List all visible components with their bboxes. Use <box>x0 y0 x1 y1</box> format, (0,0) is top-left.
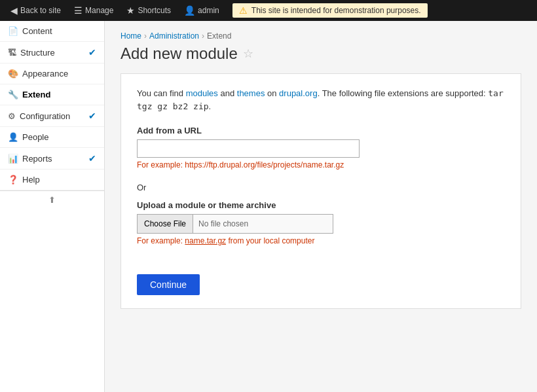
warning-icon: ⚠ <box>239 5 248 16</box>
sidebar-toggle-button[interactable]: ⬆ <box>0 190 104 209</box>
sidebar-item-configuration[interactable]: ⚙ Configuration ✔ <box>0 105 104 127</box>
breadcrumb-sep-2: › <box>202 31 204 41</box>
sidebar-item-help[interactable]: ❓ Help <box>0 169 104 190</box>
url-example: For example: https://ftp.drupal.org/file… <box>137 160 505 169</box>
breadcrumb-current: Extend <box>207 31 231 41</box>
sidebar-item-reports[interactable]: 📊 Reports ✔ <box>0 148 104 169</box>
bookmark-star-icon[interactable]: ☆ <box>243 46 253 61</box>
breadcrumb-home[interactable]: Home <box>120 31 141 41</box>
upload-example: For example: name.tar.gz from your local… <box>137 236 505 245</box>
or-divider: Or <box>137 183 505 192</box>
people-icon: 👤 <box>8 132 18 142</box>
appearance-icon: 🎨 <box>8 69 18 79</box>
layout: 📄 Content 🏗 Structure ✔ 🎨 Appearance 🔧 E… <box>0 21 537 392</box>
shortcuts-button[interactable]: ★ Shortcuts <box>121 3 176 18</box>
page-title: Add new module ☆ <box>120 45 521 63</box>
file-name-display: No file chosen <box>193 217 253 231</box>
sidebar-item-content[interactable]: 📄 Content <box>0 21 104 42</box>
continue-button[interactable]: Continue <box>137 274 200 295</box>
manage-button[interactable]: ☰ Manage <box>69 3 119 18</box>
modules-link[interactable]: modules <box>186 88 218 98</box>
demo-notice: ⚠ This site is intended for demonstratio… <box>232 3 428 18</box>
toggle-icon: ⬆ <box>48 195 56 205</box>
structure-check-icon: ✔ <box>88 47 96 58</box>
url-input[interactable] <box>137 139 360 158</box>
sidebar: 📄 Content 🏗 Structure ✔ 🎨 Appearance 🔧 E… <box>0 21 105 392</box>
reports-check-icon: ✔ <box>88 153 96 164</box>
breadcrumb-sep-1: › <box>144 31 147 41</box>
url-label: Add from a URL <box>137 126 505 135</box>
star-menu-icon: ★ <box>126 5 135 16</box>
sidebar-item-extend[interactable]: 🔧 Extend <box>0 84 104 105</box>
extend-icon: 🔧 <box>8 90 18 99</box>
reports-icon: 📊 <box>8 154 18 164</box>
breadcrumb: Home › Administration › Extend <box>120 31 521 41</box>
drupal-link[interactable]: drupal.org <box>279 88 318 98</box>
admin-user-button[interactable]: 👤 admin <box>179 3 225 18</box>
info-text: You can find modules and themes on drupa… <box>137 87 505 113</box>
upload-section: Upload a module or theme archive Choose … <box>137 200 505 245</box>
content-icon: 📄 <box>8 26 18 36</box>
themes-link[interactable]: themes <box>237 88 265 98</box>
sidebar-item-people[interactable]: 👤 People <box>0 127 104 148</box>
back-icon: ◀ <box>10 5 18 16</box>
breadcrumb-administration[interactable]: Administration <box>149 31 199 41</box>
choose-file-button[interactable]: Choose File <box>138 215 193 233</box>
upload-label: Upload a module or theme archive <box>137 200 505 210</box>
sidebar-item-appearance[interactable]: 🎨 Appearance <box>0 63 104 84</box>
file-upload: Choose File No file chosen <box>137 214 333 234</box>
url-section: Add from a URL For example: https://ftp.… <box>137 126 505 169</box>
main-content: Home › Administration › Extend Add new m… <box>105 21 537 392</box>
configuration-icon: ⚙ <box>8 111 16 121</box>
help-icon: ❓ <box>8 175 18 185</box>
structure-icon: 🏗 <box>8 48 16 58</box>
back-to-site-button[interactable]: ◀ Back to site <box>5 3 66 18</box>
admin-bar: ◀ Back to site ☰ Manage ★ Shortcuts 👤 ad… <box>0 0 537 21</box>
sidebar-item-structure[interactable]: 🏗 Structure ✔ <box>0 42 104 63</box>
configuration-check-icon: ✔ <box>88 111 96 121</box>
example-file-link[interactable]: name.tar.gz <box>185 236 226 245</box>
menu-icon: ☰ <box>74 5 83 16</box>
user-icon: 👤 <box>184 5 195 16</box>
content-box: You can find modules and themes on drupa… <box>120 73 521 309</box>
